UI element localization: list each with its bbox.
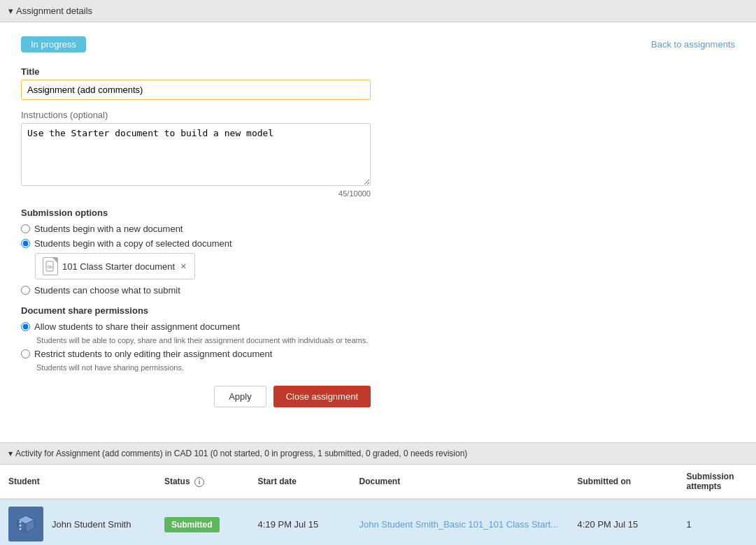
title-label: Title [21, 66, 735, 77]
student-cell: John Student Smith [0, 499, 156, 545]
col-start-date: Start date [250, 465, 351, 499]
instructions-textarea[interactable]: Use the Starter document to build a new … [21, 123, 371, 186]
radio-choose[interactable] [21, 286, 30, 295]
doc-permissions-label: Document share permissions [21, 305, 735, 316]
document-chip: On 101 Class Starter document × [35, 253, 195, 279]
radio-restrict-option: Restrict students to only editing their … [21, 349, 735, 359]
col-student: Student [0, 465, 156, 499]
assignment-details-header-label: Assignment details [16, 6, 92, 16]
svg-text:On: On [48, 265, 52, 269]
allow-desc: Students will be able to copy, share and… [36, 336, 735, 344]
col-document: Document [350, 465, 569, 499]
svg-point-7 [20, 525, 22, 527]
top-bar: In progress Back to assignments [21, 36, 735, 52]
svg-point-8 [20, 528, 22, 530]
radio-copy-doc-option: Students begin with a copy of selected d… [21, 238, 735, 249]
radio-new-doc-label[interactable]: Students begin with a new document [34, 224, 183, 234]
submission-options-group: Submission options Students begin with a… [21, 208, 735, 296]
col-submitted-on: Submitted on [569, 465, 678, 499]
activity-chevron-icon: ▾ [8, 449, 13, 458]
radio-allow-option: Allow students to share their assignment… [21, 321, 735, 332]
submission-attempts-cell: 1 [678, 499, 756, 545]
close-assignment-button[interactable]: Close assignment [273, 386, 371, 407]
restrict-desc: Students will not have sharing permissio… [36, 363, 735, 372]
document-chip-icon: On [43, 257, 58, 275]
char-count: 45/10000 [21, 189, 371, 198]
title-input[interactable] [21, 80, 371, 100]
col-status: Status i [156, 465, 250, 499]
radio-allow[interactable] [21, 322, 30, 331]
status-info-icon[interactable]: i [194, 477, 204, 487]
document-link[interactable]: John Student Smith_Basic 101_101 Class S… [359, 519, 558, 530]
radio-restrict-label[interactable]: Restrict students to only editing their … [34, 349, 272, 359]
action-buttons: Apply Close assignment [21, 386, 371, 407]
svg-point-6 [20, 521, 22, 523]
radio-new-doc[interactable] [21, 224, 30, 233]
status-badge: In progress [21, 36, 86, 52]
status-cell: Submitted [156, 499, 250, 545]
radio-choose-option: Students can choose what to submit [21, 285, 735, 296]
radio-restrict[interactable] [21, 349, 30, 358]
document-chip-label: 101 Class Starter document [62, 261, 175, 272]
start-date-cell: 4:19 PM Jul 15 [250, 499, 351, 545]
col-submission-attempts: Submission attempts [678, 465, 756, 499]
activity-table: Student Status i Start date Document Sub… [0, 465, 756, 545]
instructions-optional-label: (optional) [70, 110, 108, 120]
submitted-on-cell: 4:20 PM Jul 15 [569, 499, 678, 545]
avatar [8, 507, 43, 542]
activity-header[interactable]: ▾ Activity for Assignment (add comments)… [0, 443, 756, 465]
radio-choose-label[interactable]: Students can choose what to submit [34, 285, 180, 296]
radio-copy-doc-label[interactable]: Students begin with a copy of selected d… [34, 238, 232, 249]
assignment-details-content: In progress Back to assignments Title In… [0, 22, 756, 428]
radio-allow-label[interactable]: Allow students to share their assignment… [34, 321, 240, 332]
document-chip-remove[interactable]: × [179, 261, 187, 272]
radio-new-doc-option: Students begin with a new document [21, 224, 735, 234]
table-row: John Student Smith Submitted 4:19 PM Jul… [0, 499, 756, 545]
radio-copy-doc[interactable] [21, 239, 30, 248]
instructions-label: Instructions (optional) [21, 110, 735, 120]
instructions-group: Instructions (optional) Use the Starter … [21, 110, 735, 198]
doc-permissions-group: Document share permissions Allow student… [21, 305, 735, 372]
cube-icon [15, 513, 37, 535]
apply-button[interactable]: Apply [214, 386, 266, 407]
title-group: Title [21, 66, 735, 100]
status-badge-submitted: Submitted [164, 517, 220, 532]
back-to-assignments-link[interactable]: Back to assignments [651, 39, 735, 50]
chevron-icon: ▾ [8, 6, 13, 16]
activity-header-label: Activity for Assignment (add comments) i… [15, 449, 467, 458]
table-header-row: Student Status i Start date Document Sub… [0, 465, 756, 499]
submission-options-label: Submission options [21, 208, 735, 218]
assignment-details-header[interactable]: ▾ Assignment details [0, 0, 756, 22]
document-cell: John Student Smith_Basic 101_101 Class S… [350, 499, 569, 545]
student-name: John Student Smith [52, 519, 131, 530]
